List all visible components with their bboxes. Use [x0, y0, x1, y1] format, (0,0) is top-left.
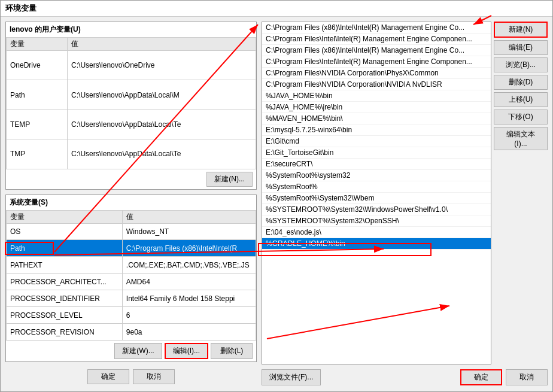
- sys-var-row[interactable]: PROCESSOR_IDENTIFIERIntel64 Family 6 Mod…: [7, 290, 256, 307]
- user-var-row[interactable]: TEMPC:\Users\lenovo\AppData\Local\Te: [7, 110, 256, 139]
- path-list-item[interactable]: E:\Git\cmd: [262, 136, 491, 147]
- sys-buttons-row: 新建(W)... 编辑(I)... 删除(L): [6, 341, 256, 361]
- path-list-item[interactable]: %JAVA_HOME%\jre\bin: [262, 102, 491, 113]
- path-list-container: C:\Program Files (x86)\Intel\Intel(R) Ma…: [262, 22, 491, 364]
- path-list-item[interactable]: %SystemRoot%: [262, 181, 491, 193]
- path-list-item[interactable]: %SYSTEMROOT%\System32\WindowsPowerShell\…: [262, 204, 491, 215]
- sys-variables-section: 系统变量(S) 变量 值 OSWindows_NTPathC:\Program …: [5, 195, 257, 363]
- path-list-item[interactable]: E:\04_es\node.js\: [262, 227, 491, 238]
- sys-var-row[interactable]: PathC:\Program Files (x86)\Intel\Intel(R: [7, 240, 256, 257]
- left-panel: lenovo 的用户变量(U) 变量 值 OneDriveC:\Users\le…: [5, 22, 257, 387]
- path-list-item[interactable]: C:\Program Files\NVIDIA Corporation\Phys…: [262, 68, 491, 79]
- user-var-row[interactable]: PathC:\Users\lenovo\AppData\Local\M: [7, 80, 256, 110]
- path-list[interactable]: C:\Program Files (x86)\Intel\Intel(R) Ma…: [262, 22, 491, 364]
- path-move-down-button[interactable]: 下移(O): [494, 110, 548, 124]
- path-list-item[interactable]: E:\mysql-5.7.25-winx64\bin: [262, 124, 491, 136]
- path-delete-button[interactable]: 删除(D): [494, 75, 548, 90]
- right-panel: C:\Program Files (x86)\Intel\Intel(R) Ma…: [262, 22, 548, 387]
- path-list-item[interactable]: C:\Program Files\Intel\Intel(R) Manageme…: [262, 34, 491, 45]
- sys-col-var: 变量: [7, 210, 123, 223]
- path-browse-file-button[interactable]: 浏览文件(F)...: [262, 369, 321, 385]
- path-confirm-button[interactable]: 确定: [460, 369, 502, 385]
- user-col-var: 变量: [7, 38, 68, 51]
- path-list-item[interactable]: C:\Program Files (x86)\Intel\Intel(R) Ma…: [262, 22, 491, 34]
- path-list-item[interactable]: %GRADLE_HOME%\bin: [262, 238, 491, 250]
- sys-edit-button[interactable]: 编辑(I)...: [165, 343, 208, 359]
- path-list-item[interactable]: %SystemRoot%\system32: [262, 170, 491, 181]
- path-list-item[interactable]: C:\Program Files\Intel\Intel(R) Manageme…: [262, 56, 491, 68]
- sys-var-row[interactable]: PROCESSOR_REVISION9e0a: [7, 324, 256, 341]
- path-list-item[interactable]: %SYSTEMROOT%\System32\OpenSSH\: [262, 215, 491, 227]
- path-list-item[interactable]: C:\Program Files (x86)\Intel\Intel(R) Ma…: [262, 45, 491, 56]
- user-new-button[interactable]: 新建(N)...: [206, 172, 253, 187]
- user-col-val: 值: [68, 38, 256, 51]
- path-edit-text-button[interactable]: 编辑文本(I)...: [494, 127, 548, 150]
- path-move-up-button[interactable]: 上移(U): [494, 92, 548, 107]
- path-right-buttons: 新建(N) 编辑(E) 浏览(B)... 删除(D) 上移(U) 下移(O) 编…: [494, 22, 548, 364]
- sys-cancel-button[interactable]: 取消: [133, 369, 175, 384]
- sys-col-val: 值: [122, 210, 256, 223]
- user-section-label: lenovo 的用户变量(U): [6, 22, 256, 37]
- sys-delete-button[interactable]: 删除(L): [211, 343, 253, 359]
- left-confirm-row: 确定 取消: [5, 367, 257, 387]
- path-list-item[interactable]: C:\Program Files\NVIDIA Corporation\NVID…: [262, 79, 491, 90]
- path-list-item[interactable]: %SystemRoot%\System32\Wbem: [262, 193, 491, 204]
- user-variables-table: 变量 值 OneDriveC:\Users\lenovo\OneDrivePat…: [6, 37, 256, 169]
- environment-variables-window: 环境变量 lenovo 的用户变量(U) 变量 值 OneDriveC:\Use…: [0, 0, 553, 392]
- path-browse-button[interactable]: 浏览(B)...: [494, 57, 548, 72]
- user-var-row[interactable]: OneDriveC:\Users\lenovo\OneDrive: [7, 51, 256, 80]
- user-variables-section: lenovo 的用户变量(U) 变量 值 OneDriveC:\Users\le…: [5, 22, 257, 190]
- path-list-section: C:\Program Files (x86)\Intel\Intel(R) Ma…: [262, 22, 548, 364]
- path-list-item[interactable]: %JAVA_HOME%\bin: [262, 90, 491, 102]
- sys-var-row[interactable]: PROCESSOR_LEVEL6: [7, 307, 256, 324]
- sys-section-label: 系统变量(S): [6, 195, 256, 210]
- path-edit-button[interactable]: 编辑(E): [494, 40, 548, 55]
- path-list-item[interactable]: %MAVEN_HOME%\bin\: [262, 113, 491, 124]
- path-cancel-button[interactable]: 取消: [506, 369, 548, 385]
- window-title: 环境变量: [1, 1, 552, 17]
- sys-confirm-button[interactable]: 确定: [87, 369, 129, 384]
- path-new-button[interactable]: 新建(N): [494, 22, 548, 38]
- path-list-item[interactable]: E:\secureCRT\: [262, 159, 491, 170]
- path-list-item[interactable]: E:\Git_TortoiseGit\bin: [262, 147, 491, 159]
- sys-var-row[interactable]: OSWindows_NT: [7, 223, 256, 240]
- sys-var-row[interactable]: PATHEXT.COM;.EXE;.BAT;.CMD;.VBS;.VBE;.JS: [7, 257, 256, 274]
- sys-var-row[interactable]: PROCESSOR_ARCHITECT...AMD64: [7, 274, 256, 290]
- sys-variables-table: 变量 值 OSWindows_NTPathC:\Program Files (x…: [6, 210, 256, 341]
- user-var-row[interactable]: TMPC:\Users\lenovo\AppData\Local\Te: [7, 139, 256, 169]
- user-section-buttons: 新建(N)...: [6, 169, 256, 189]
- sys-new-button[interactable]: 新建(W)...: [114, 343, 162, 359]
- path-confirm-cancel: 浏览文件(F)... 确定 取消: [262, 367, 548, 387]
